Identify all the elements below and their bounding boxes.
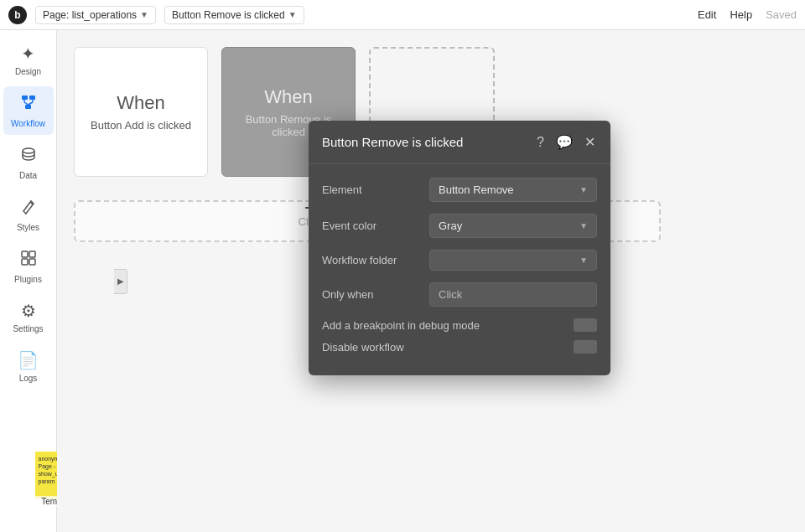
svg-rect-0: [22, 96, 28, 100]
page-selector[interactable]: Page: list_operations ▼: [35, 6, 156, 24]
page-selector-chevron: ▼: [140, 10, 148, 19]
sidebar-item-label-logs: Logs: [19, 374, 38, 383]
modal-title: Button Remove is clicked: [322, 135, 528, 149]
sidebar-item-label-settings: Settings: [13, 324, 43, 333]
svg-rect-1: [29, 96, 35, 100]
sidebar: ✦ Design Workflow: [0, 30, 57, 532]
plugins-icon: [19, 249, 38, 271]
app-logo: b: [8, 6, 27, 24]
modal-comment-button[interactable]: 💬: [554, 132, 574, 152]
only-when-placeholder: Click: [439, 288, 462, 301]
trigger-selector-label: Button Remove is clicked: [172, 9, 285, 21]
element-chevron: ▼: [579, 185, 588, 194]
debug-toggle[interactable]: [574, 318, 597, 332]
disable-label: Disable workflow: [322, 341, 567, 354]
breakpoint-row: Add a breakpoint in debug mode: [322, 318, 597, 332]
workflow-folder-label: Workflow folder: [322, 254, 423, 266]
sidebar-item-design[interactable]: ✦ Design: [3, 37, 54, 83]
sidebar-item-settings[interactable]: ⚙ Settings: [3, 294, 54, 340]
sidebar-item-styles[interactable]: Styles: [3, 190, 54, 239]
logs-icon: 📄: [18, 350, 39, 370]
sidebar-item-label-data: Data: [19, 171, 37, 180]
main-layout: ✦ Design Workflow: [0, 30, 805, 532]
modal-help-button[interactable]: ?: [535, 133, 546, 152]
data-icon: [19, 145, 38, 168]
settings-icon: ⚙: [21, 301, 36, 321]
only-when-row: Only when Click: [322, 282, 597, 307]
element-label: Element: [322, 183, 423, 196]
trigger-selector[interactable]: Button Remove is clicked ▼: [164, 6, 304, 24]
svg-line-6: [28, 102, 33, 105]
help-menu-item[interactable]: Help: [730, 8, 752, 21]
element-dropdown[interactable]: Button Remove ▼: [429, 178, 597, 202]
sidebar-item-data[interactable]: Data: [3, 138, 54, 187]
modal-dialog: Button Remove is clicked ? 💬 ✕ Element B…: [309, 121, 610, 375]
sidebar-item-label-plugins: Plugins: [14, 275, 42, 284]
svg-rect-12: [29, 259, 35, 265]
topbar: b Page: list_operations ▼ Button Remove …: [0, 0, 805, 30]
svg-rect-2: [25, 105, 31, 109]
svg-rect-11: [22, 259, 28, 265]
workflow-folder-dropdown[interactable]: ▼: [429, 250, 597, 271]
page-selector-label: Page: list_operations: [43, 9, 137, 21]
modal-icons: ? 💬 ✕: [535, 132, 597, 152]
modal-header: Button Remove is clicked ? 💬 ✕: [309, 121, 610, 164]
element-row: Element Button Remove ▼: [322, 178, 597, 202]
svg-rect-9: [22, 251, 28, 257]
workflow-folder-chevron: ▼: [579, 256, 588, 265]
trigger-selector-chevron: ▼: [288, 10, 297, 19]
saved-status: Saved: [766, 8, 797, 21]
svg-point-7: [23, 148, 34, 153]
svg-line-5: [24, 102, 29, 105]
edit-menu-item[interactable]: Edit: [698, 8, 716, 21]
modal-overlay: Button Remove is clicked ? 💬 ✕ Element B…: [57, 30, 805, 532]
disable-workflow-row: Disable workflow: [322, 340, 597, 354]
event-color-value: Gray: [439, 220, 462, 232]
event-color-label: Event color: [322, 220, 423, 232]
debug-label: Add a breakpoint in debug mode: [322, 319, 567, 332]
only-when-label: Only when: [322, 288, 423, 301]
element-value: Button Remove: [439, 183, 514, 196]
svg-rect-10: [29, 251, 35, 257]
only-when-input[interactable]: Click: [429, 282, 597, 307]
sidebar-item-plugins[interactable]: Plugins: [3, 242, 54, 291]
styles-icon: [19, 197, 38, 220]
sidebar-item-workflow[interactable]: Workflow: [3, 86, 54, 135]
modal-close-button[interactable]: ✕: [583, 132, 597, 152]
sidebar-item-label-workflow: Workflow: [11, 119, 45, 128]
disable-toggle[interactable]: [574, 340, 597, 354]
sidebar-item-label-styles: Styles: [17, 223, 39, 232]
sidebar-item-label-design: Design: [15, 67, 41, 76]
design-icon: ✦: [21, 44, 35, 64]
workflow-folder-row: Workflow folder ▼: [322, 250, 597, 271]
modal-body: Element Button Remove ▼ Event color Gray…: [309, 164, 610, 375]
canvas-area: When Button Add is clicked When Button R…: [57, 30, 805, 532]
workflow-icon: [19, 93, 38, 116]
event-color-chevron: ▼: [579, 221, 588, 230]
topbar-menu: Edit Help Saved: [698, 8, 797, 21]
event-color-dropdown[interactable]: Gray ▼: [429, 214, 597, 238]
sidebar-item-logs[interactable]: 📄 Logs: [3, 343, 54, 390]
event-color-row: Event color Gray ▼: [322, 214, 597, 238]
